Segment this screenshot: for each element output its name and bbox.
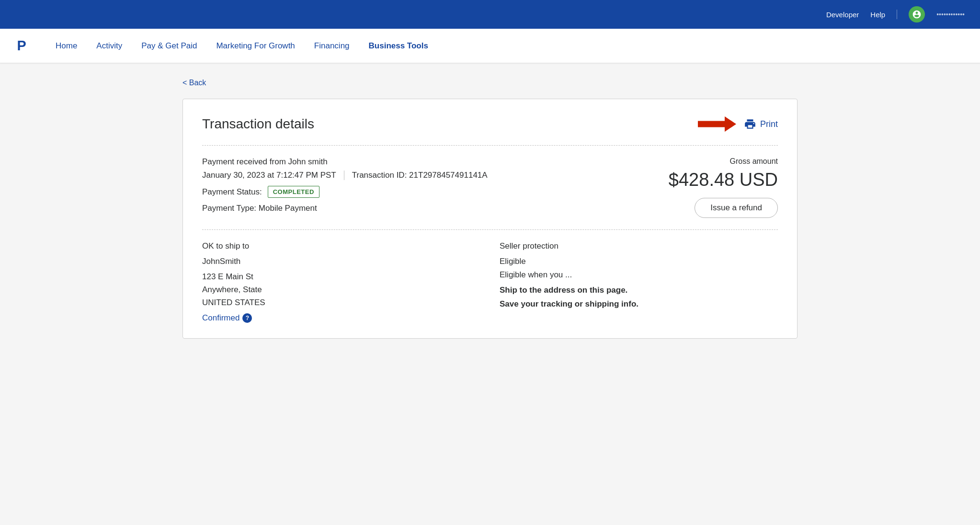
shipping-address: 123 E Main St Anywhere, State UNITED STA…: [202, 270, 480, 309]
eligible-when-text: Eligible when you ...: [500, 270, 778, 280]
date-divider: [344, 171, 344, 180]
seller-protection-label: Seller protection: [500, 241, 778, 251]
avatar[interactable]: [909, 6, 925, 23]
eligible-text: Eligible: [500, 257, 778, 266]
nav-home[interactable]: Home: [56, 41, 77, 51]
info-icon: ?: [242, 313, 252, 323]
eligible-bullet-2: Save your tracking or shipping info.: [500, 297, 778, 311]
address-line2: Anywhere, State: [202, 283, 480, 296]
shipping-section: OK to ship to JohnSmith 123 E Main St An…: [202, 241, 778, 323]
gross-amount-label: Gross amount: [669, 157, 778, 166]
gross-amount-value: $428.48 USD: [669, 170, 778, 190]
payment-date-row: January 30, 2023 at 7:12:47 PM PST Trans…: [202, 171, 650, 180]
svg-marker-2: [698, 116, 736, 132]
print-label: Print: [760, 119, 778, 129]
shipping-right: Seller protection Eligible Eligible when…: [500, 241, 778, 323]
eligible-bullet-1: Ship to the address on this page.: [500, 284, 778, 297]
nav-bar: P Home Activity Pay & Get Paid Marketing…: [0, 29, 980, 63]
status-badge: COMPLETED: [268, 186, 319, 198]
card-header: Transaction details Print: [202, 114, 778, 146]
main-content: < Back Transaction details Print: [160, 63, 820, 354]
back-link[interactable]: < Back: [182, 79, 206, 87]
top-bar: Developer Help ••••••••••••: [0, 0, 980, 29]
nav-activity[interactable]: Activity: [96, 41, 122, 51]
username-display: ••••••••••••: [936, 11, 965, 18]
nav-financing[interactable]: Financing: [314, 41, 350, 51]
address-line3: UNITED STATES: [202, 296, 480, 309]
payment-from: Payment received from John smith: [202, 157, 650, 167]
help-link[interactable]: Help: [870, 11, 885, 19]
payment-type: Payment Type: Mobile Payment: [202, 204, 650, 213]
confirmed-label: Confirmed: [202, 313, 239, 323]
payment-status-row: Payment Status: COMPLETED: [202, 186, 650, 198]
payment-info-section: Payment received from John smith January…: [202, 157, 778, 230]
nav-business-tools[interactable]: Business Tools: [369, 41, 428, 51]
address-line1: 123 E Main St: [202, 270, 480, 283]
shipping-left: OK to ship to JohnSmith 123 E Main St An…: [202, 241, 480, 323]
issue-refund-button[interactable]: Issue a refund: [695, 198, 778, 218]
print-button[interactable]: Print: [744, 118, 778, 130]
payment-right: Gross amount $428.48 USD Issue a refund: [669, 157, 778, 218]
paypal-logo-icon: P: [15, 37, 33, 55]
top-bar-divider: [897, 10, 897, 19]
printer-icon: [744, 118, 756, 130]
avatar-icon: [912, 10, 922, 19]
print-area: Print: [698, 114, 778, 134]
transaction-id: Transaction ID: 21T2978457491141A: [352, 171, 488, 180]
developer-link[interactable]: Developer: [826, 11, 859, 19]
eligible-bullets: Ship to the address on this page. Save y…: [500, 284, 778, 311]
payment-status-label: Payment Status:: [202, 187, 262, 197]
page-title: Transaction details: [202, 116, 314, 132]
payment-date: January 30, 2023 at 7:12:47 PM PST: [202, 171, 336, 180]
payment-left: Payment received from John smith January…: [202, 157, 650, 213]
svg-text:P: P: [17, 38, 26, 53]
ok-to-ship-heading: OK to ship to: [202, 241, 480, 251]
arrow-right-icon: [698, 114, 736, 134]
confirmed-link[interactable]: Confirmed ?: [202, 313, 480, 323]
nav-marketing[interactable]: Marketing For Growth: [216, 41, 295, 51]
transaction-card: Transaction details Print Payment receiv…: [182, 99, 798, 339]
shipping-name: JohnSmith: [202, 257, 480, 266]
nav-pay-get-paid[interactable]: Pay & Get Paid: [141, 41, 197, 51]
